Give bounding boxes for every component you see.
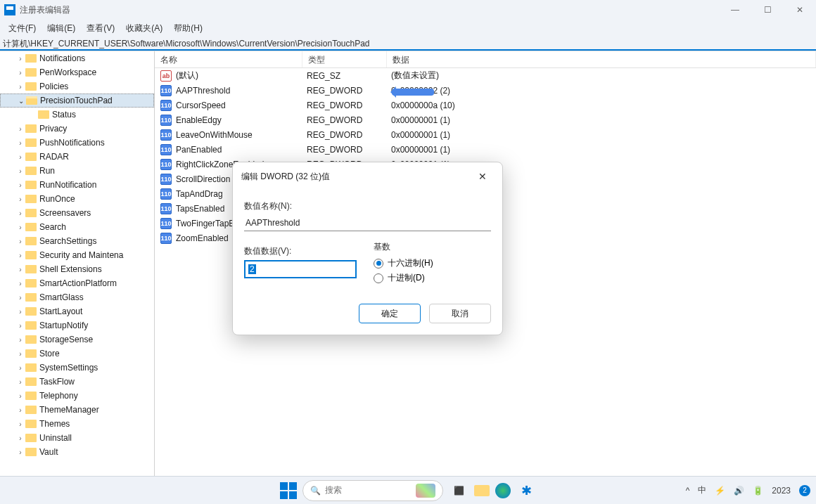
chevron-right-icon: › bbox=[15, 364, 25, 372]
list-row[interactable]: ab(默认)REG_SZ(数值未设置) bbox=[155, 68, 816, 83]
tree-item[interactable]: ›PenWorkspace bbox=[0, 65, 154, 79]
value-name: PanEnabled bbox=[176, 145, 307, 155]
radio-hex-label: 十六进制(H) bbox=[388, 257, 433, 269]
chevron-right-icon: › bbox=[15, 83, 25, 91]
radio-hex[interactable]: 十六进制(H) bbox=[374, 257, 491, 269]
menu-favorites[interactable]: 收藏夹(A) bbox=[120, 21, 168, 36]
edge-icon[interactable] bbox=[495, 483, 511, 498]
tree-item[interactable]: ›Policies bbox=[0, 79, 154, 93]
folder-icon bbox=[25, 153, 37, 161]
tree-item[interactable]: ›Vault bbox=[0, 445, 154, 459]
network-icon[interactable]: ⚡ bbox=[715, 486, 725, 496]
col-type[interactable]: 类型 bbox=[302, 51, 387, 67]
tree-item[interactable]: ›ThemeManager bbox=[0, 403, 154, 417]
tray-chevron-icon[interactable]: ^ bbox=[686, 486, 690, 496]
tree-item[interactable]: ›Run bbox=[0, 164, 154, 178]
chevron-right-icon: › bbox=[15, 252, 25, 259]
list-row[interactable]: 110CursorSpeedREG_DWORD0x0000000a (10) bbox=[155, 98, 816, 112]
chevron-right-icon: › bbox=[15, 294, 25, 302]
battery-icon[interactable]: 🔋 bbox=[753, 486, 763, 496]
ok-button[interactable]: 确定 bbox=[359, 304, 421, 323]
menu-help[interactable]: 帮助(H) bbox=[168, 21, 208, 36]
window-controls: — ☐ ✕ bbox=[719, 0, 816, 20]
col-name[interactable]: 名称 bbox=[155, 51, 302, 67]
tree-item[interactable]: ›Themes bbox=[0, 417, 154, 431]
tree-item[interactable]: Status bbox=[0, 108, 154, 122]
search-highlight-icon bbox=[416, 484, 435, 498]
menu-view[interactable]: 查看(V) bbox=[81, 21, 120, 36]
tree-item[interactable]: ⌄PrecisionTouchPad bbox=[0, 93, 154, 108]
notification-badge[interactable]: 2 bbox=[799, 485, 810, 496]
taskview-icon[interactable]: ⬛ bbox=[449, 481, 468, 500]
tree-label: Security and Maintena bbox=[39, 250, 123, 260]
tree-item[interactable]: ›PushNotifications bbox=[0, 136, 154, 150]
value-type-icon: ab bbox=[160, 70, 172, 82]
value-type-icon: 110 bbox=[160, 203, 172, 214]
radio-dec-icon bbox=[374, 273, 383, 283]
tree-item[interactable]: ›TaskFlow bbox=[0, 375, 154, 389]
tree-item[interactable]: ›Notifications bbox=[0, 51, 154, 65]
menu-file[interactable]: 文件(F) bbox=[3, 21, 42, 36]
dialog-close-button[interactable]: ✕ bbox=[471, 168, 494, 185]
dialog-body: 数值名称(N): 数值数据(V): 2 基数 十六进制(H) 十进制(D) 确定 bbox=[233, 190, 502, 335]
tree-label: PushNotifications bbox=[39, 138, 105, 148]
tree-item[interactable]: ›Screensavers bbox=[0, 206, 154, 220]
address-bar[interactable]: 计算机\HKEY_CURRENT_USER\Software\Microsoft… bbox=[0, 37, 816, 51]
tree-item[interactable]: ›Security and Maintena bbox=[0, 248, 154, 262]
folder-icon bbox=[38, 110, 49, 119]
menubar: 文件(F) 编辑(E) 查看(V) 收藏夹(A) 帮助(H) bbox=[0, 20, 816, 37]
folder-icon bbox=[25, 237, 37, 245]
tree-item[interactable]: ›Telephony bbox=[0, 389, 154, 403]
folder-icon bbox=[25, 392, 37, 400]
tree-label: PrecisionTouchPad bbox=[40, 96, 113, 105]
value-name: CursorSpeed bbox=[176, 101, 307, 110]
clock-year[interactable]: 2023 bbox=[772, 486, 791, 496]
tree-panel[interactable]: ›Notifications›PenWorkspace›Policies⌄Pre… bbox=[0, 51, 155, 476]
tree-item[interactable]: ›Uninstall bbox=[0, 431, 154, 445]
chevron-right-icon: › bbox=[15, 69, 25, 77]
tree-item[interactable]: ›Store bbox=[0, 347, 154, 361]
tree-label: Shell Extensions bbox=[39, 264, 102, 274]
menu-edit[interactable]: 编辑(E) bbox=[42, 21, 81, 36]
cancel-button[interactable]: 取消 bbox=[429, 304, 491, 323]
tree-item[interactable]: ›RunNotification bbox=[0, 178, 154, 192]
tree-item[interactable]: ›StorageSense bbox=[0, 332, 154, 347]
tree-item[interactable]: ›Search bbox=[0, 220, 154, 234]
folder-icon bbox=[25, 223, 37, 231]
value-type: REG_DWORD bbox=[307, 145, 391, 155]
tree-item[interactable]: ›Shell Extensions bbox=[0, 262, 154, 276]
start-button[interactable] bbox=[280, 482, 297, 499]
folder-icon bbox=[25, 420, 37, 428]
taskbar-search[interactable]: 🔍 搜索 bbox=[302, 480, 443, 501]
value-data: (数值未设置) bbox=[391, 70, 816, 82]
col-data[interactable]: 数据 bbox=[387, 51, 816, 67]
chevron-right-icon: › bbox=[15, 266, 25, 273]
tree-item[interactable]: ›RunOnce bbox=[0, 192, 154, 206]
ime-indicator[interactable]: 中 bbox=[698, 484, 706, 496]
list-row[interactable]: 110LeaveOnWithMouseREG_DWORD0x00000001 (… bbox=[155, 127, 816, 142]
volume-icon[interactable]: 🔊 bbox=[734, 486, 744, 496]
tree-item[interactable]: ›StartLayout bbox=[0, 304, 154, 318]
dialog-titlebar[interactable]: 编辑 DWORD (32 位)值 ✕ bbox=[233, 162, 502, 190]
value-name-field[interactable] bbox=[244, 215, 491, 231]
close-button[interactable]: ✕ bbox=[784, 0, 816, 20]
tree-item[interactable]: ›SmartGlass bbox=[0, 290, 154, 304]
tree-item[interactable]: ›SearchSettings bbox=[0, 234, 154, 248]
explorer-icon[interactable] bbox=[474, 485, 490, 496]
maximize-button[interactable]: ☐ bbox=[751, 0, 784, 20]
list-row[interactable]: 110AAPThresholdREG_DWORD0x00000002 (2) bbox=[155, 83, 816, 98]
tree-item[interactable]: ›SmartActionPlatform bbox=[0, 276, 154, 290]
list-row[interactable]: 110PanEnabledREG_DWORD0x00000001 (1) bbox=[155, 142, 816, 157]
app-icon[interactable]: ✱ bbox=[516, 481, 536, 500]
tree-item[interactable]: ›Privacy bbox=[0, 122, 154, 136]
tree-item[interactable]: ›RADAR bbox=[0, 150, 154, 164]
value-data-field[interactable]: 2 bbox=[244, 260, 357, 278]
minimize-button[interactable]: — bbox=[719, 0, 751, 20]
list-row[interactable]: 110EnableEdgyREG_DWORD0x00000001 (1) bbox=[155, 112, 816, 127]
system-tray: ^ 中 ⚡ 🔊 🔋 2023 2 bbox=[686, 484, 810, 496]
folder-icon bbox=[25, 434, 37, 442]
tree-label: Store bbox=[39, 349, 60, 358]
radio-dec[interactable]: 十进制(D) bbox=[374, 272, 491, 284]
tree-item[interactable]: ›SystemSettings bbox=[0, 361, 154, 375]
tree-item[interactable]: ›StartupNotify bbox=[0, 318, 154, 332]
